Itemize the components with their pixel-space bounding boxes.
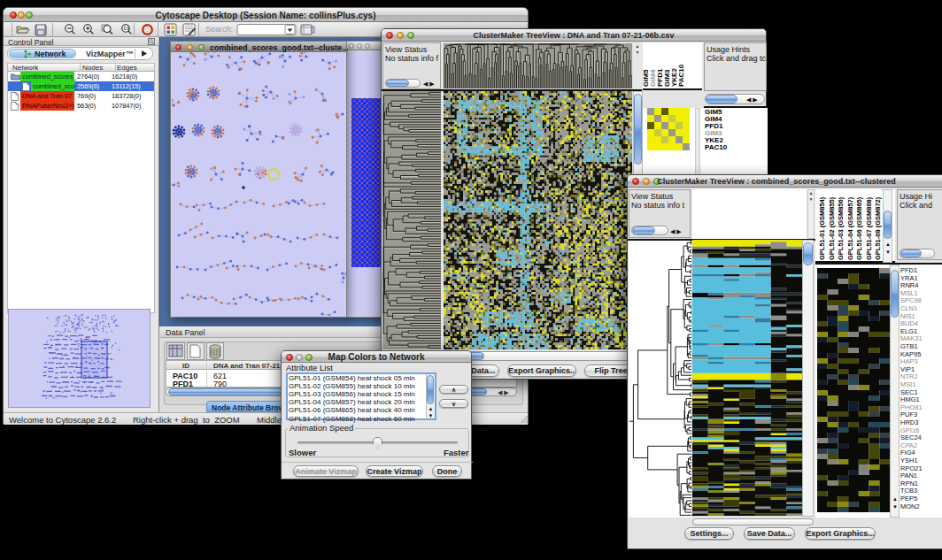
svg-text:1:1: 1:1 — [124, 27, 130, 31]
svg-text:GPL51-02 (GSM855): GPL51-02 (GSM855) — [828, 196, 836, 260]
svg-text:PAC10: PAC10 — [677, 64, 685, 87]
svg-text:GPL51-06 (GSM865): GPL51-06 (GSM865) — [855, 196, 863, 260]
svg-text:GPL51-08 (GSM872): GPL51-08 (GSM872) — [874, 196, 882, 260]
svg-text:GPL51-07 (GSM868): GPL51-07 (GSM868) — [865, 196, 873, 260]
svg-text:GPL51-01 (GSM854): GPL51-01 (GSM854) — [818, 196, 826, 260]
svg-text:Search:: Search: — [205, 25, 233, 34]
svg-text:GPL51-04 (GSM857): GPL51-04 (GSM857) — [846, 196, 854, 260]
svg-text:GPL51-03 (GSM856): GPL51-03 (GSM856) — [837, 196, 845, 260]
